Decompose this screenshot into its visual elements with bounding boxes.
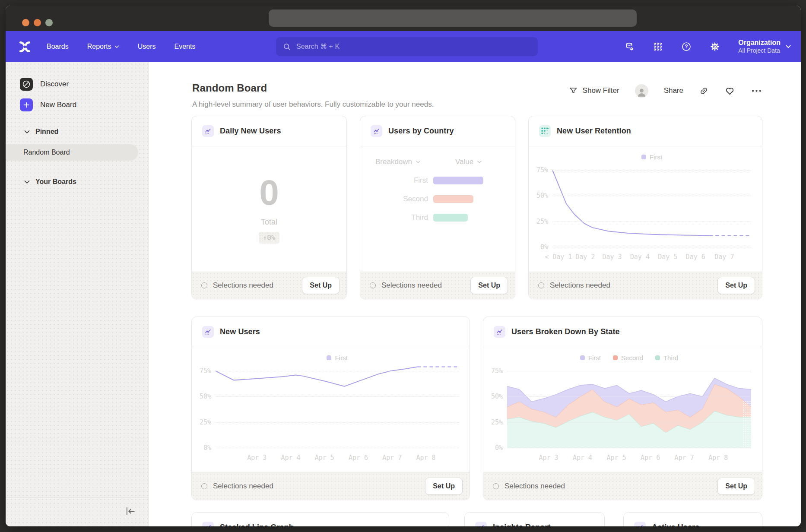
line-series bbox=[552, 170, 709, 235]
more-options-icon[interactable] bbox=[751, 85, 762, 97]
y-axis-label: 75% bbox=[200, 367, 211, 375]
card-insights-report: Insights Report bbox=[464, 512, 605, 526]
mixpanel-logo-icon[interactable] bbox=[19, 41, 31, 53]
minimize-button[interactable] bbox=[34, 19, 41, 26]
gridline bbox=[552, 170, 751, 171]
legend-chip bbox=[641, 155, 646, 159]
sidebar-section-pinned[interactable]: Pinned bbox=[24, 128, 58, 136]
org-switcher[interactable]: Organization All Project Data bbox=[738, 38, 791, 55]
line-chart-icon bbox=[371, 125, 382, 137]
nav-item-users[interactable]: Users bbox=[138, 43, 156, 51]
page-subtitle: A high-level summary of user behaviors. … bbox=[192, 100, 434, 109]
set-up-button[interactable]: Set Up bbox=[302, 277, 340, 294]
y-axis-label: 0% bbox=[203, 444, 211, 452]
x-axis-label: Apr 3 bbox=[247, 454, 267, 462]
apps-grid-icon[interactable] bbox=[653, 41, 663, 52]
status-circle-icon bbox=[538, 282, 544, 288]
nav-item-label: Boards bbox=[47, 43, 69, 51]
selections-needed-label: Selections needed bbox=[381, 281, 442, 290]
page-title: Random Board bbox=[192, 82, 434, 94]
nav-item-events[interactable]: Events bbox=[175, 43, 196, 51]
x-axis-label: Apr 6 bbox=[349, 454, 368, 462]
legend-chip bbox=[327, 355, 331, 360]
card-title: Daily New Users bbox=[220, 127, 281, 136]
breakdown-row: First bbox=[360, 177, 515, 184]
gridline bbox=[216, 396, 459, 397]
y-axis-label: 25% bbox=[200, 418, 211, 426]
avatar[interactable] bbox=[635, 84, 648, 98]
org-project: All Project Data bbox=[738, 47, 781, 55]
y-axis-label: 25% bbox=[536, 218, 548, 225]
gear-icon[interactable] bbox=[710, 41, 720, 52]
legend-label: First bbox=[335, 354, 347, 361]
search-input[interactable] bbox=[295, 42, 531, 51]
share-button[interactable]: Share bbox=[664, 86, 683, 95]
set-up-button[interactable]: Set Up bbox=[717, 478, 755, 495]
retention-grid-icon bbox=[539, 125, 551, 137]
browser-address-bar[interactable] bbox=[269, 10, 637, 27]
x-axis-label: Apr 8 bbox=[416, 454, 435, 462]
section-label: Pinned bbox=[35, 128, 58, 136]
favorite-heart-icon[interactable] bbox=[724, 86, 735, 96]
value-select[interactable]: Value bbox=[455, 158, 482, 166]
zoom-button[interactable] bbox=[45, 19, 53, 26]
y-axis-label: 50% bbox=[200, 393, 211, 400]
set-up-button[interactable]: Set Up bbox=[470, 277, 508, 294]
collapse-sidebar-icon[interactable] bbox=[125, 507, 136, 518]
gridline bbox=[552, 247, 751, 247]
sidebar-item-label: Random Board bbox=[23, 149, 70, 156]
sidebar-item-label: New Board bbox=[40, 101, 76, 109]
sidebar-footer bbox=[6, 497, 148, 526]
nav-item-label: Users bbox=[138, 43, 156, 51]
status-circle-icon bbox=[201, 483, 207, 489]
board-actions: Show Filter Share bbox=[569, 83, 762, 98]
card-footer: Selections neededSet Up bbox=[192, 272, 346, 299]
data-settings-icon[interactable] bbox=[624, 41, 635, 52]
card-title: Insights Report bbox=[493, 523, 551, 526]
x-axis-label: Apr 7 bbox=[382, 454, 402, 462]
card-daily-new-users: Daily New Users 0 Total ↑0% Selections n… bbox=[191, 116, 347, 299]
gridline bbox=[216, 422, 459, 423]
y-axis-label: 0% bbox=[540, 243, 548, 251]
nav-item-boards[interactable]: Boards bbox=[47, 43, 69, 51]
sidebar-item-random-board[interactable]: Random Board bbox=[6, 144, 138, 161]
x-axis-label: Apr 7 bbox=[675, 454, 694, 462]
nav-items: BoardsReportsUsersEvents bbox=[47, 43, 195, 51]
line-chart-icon bbox=[475, 522, 487, 526]
legend-label: Third bbox=[663, 354, 678, 361]
set-up-button[interactable]: Set Up bbox=[717, 277, 755, 294]
plus-icon bbox=[20, 98, 33, 111]
line-chart-icon bbox=[202, 125, 214, 137]
sidebar-item-discover[interactable]: Discover bbox=[20, 78, 69, 91]
copy-link-icon[interactable] bbox=[699, 86, 709, 96]
breakdown-select[interactable]: Breakdown bbox=[375, 158, 420, 166]
x-axis-label: Apr 5 bbox=[315, 454, 334, 462]
nav-item-reports[interactable]: Reports bbox=[87, 43, 119, 51]
help-icon[interactable]: ? bbox=[681, 41, 692, 52]
line-chart-icon bbox=[494, 326, 505, 338]
sidebar-section-your-boards[interactable]: Your Boards bbox=[24, 178, 76, 186]
y-axis-label: 50% bbox=[536, 192, 548, 200]
line-series-projection bbox=[709, 235, 751, 236]
card-title: New Users bbox=[220, 327, 260, 336]
breakdown-bar bbox=[433, 177, 483, 184]
org-name: Organization bbox=[738, 38, 781, 47]
legend-item: Third bbox=[655, 354, 678, 361]
close-button[interactable] bbox=[22, 19, 29, 26]
search-bar[interactable] bbox=[276, 37, 538, 56]
selections-needed-label: Selections needed bbox=[213, 281, 273, 290]
window-chrome bbox=[6, 6, 801, 31]
breakdown-bar bbox=[433, 214, 468, 222]
browser-window: BoardsReportsUsersEvents bbox=[6, 6, 801, 526]
show-filter-button[interactable]: Show Filter bbox=[569, 86, 619, 95]
line-chart-icon bbox=[202, 326, 214, 338]
breakdown-label: Third bbox=[376, 213, 428, 222]
card-title: Active Users bbox=[652, 523, 699, 526]
set-up-button[interactable]: Set Up bbox=[425, 478, 463, 495]
retention-chart: First 75%50%25%0%< Day 1Day 2Day 3Day 4D… bbox=[529, 146, 762, 272]
y-axis-label: 50% bbox=[491, 393, 503, 400]
sidebar-item-new-board[interactable]: New Board bbox=[20, 98, 76, 111]
section-label: Your Boards bbox=[35, 178, 76, 186]
x-axis-label: Apr 5 bbox=[607, 454, 626, 462]
chart-legend: FirstSecondThird bbox=[507, 354, 751, 361]
